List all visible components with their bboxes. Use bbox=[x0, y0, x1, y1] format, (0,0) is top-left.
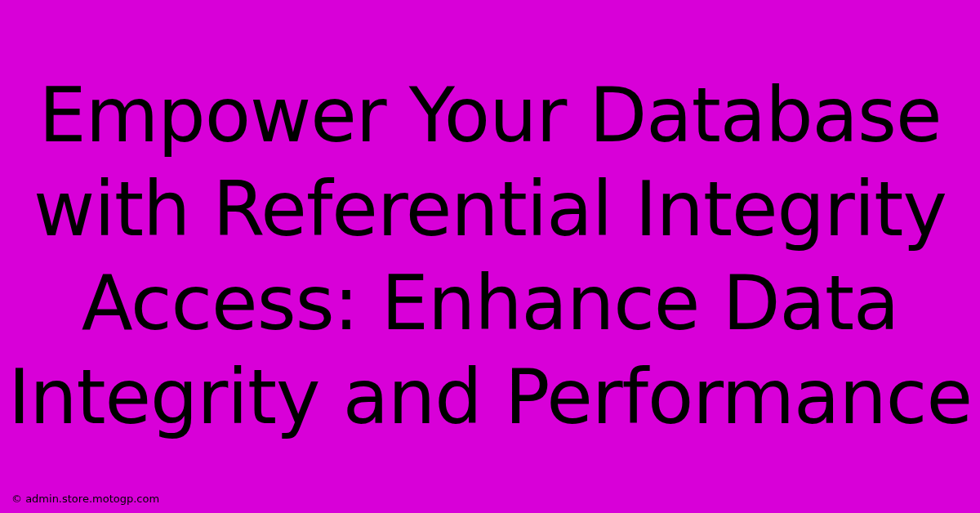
copyright-text: © admin.store.motogp.com bbox=[11, 493, 159, 505]
headline-text: Empower Your Database with Referential I… bbox=[0, 69, 980, 444]
